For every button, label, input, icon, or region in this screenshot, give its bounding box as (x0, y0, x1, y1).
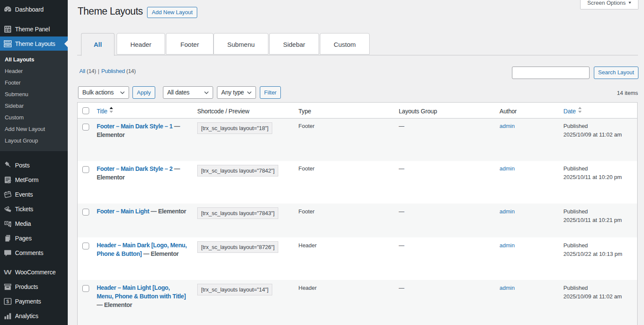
svg-text:W: W (4, 269, 12, 276)
svg-text:$: $ (6, 299, 9, 304)
